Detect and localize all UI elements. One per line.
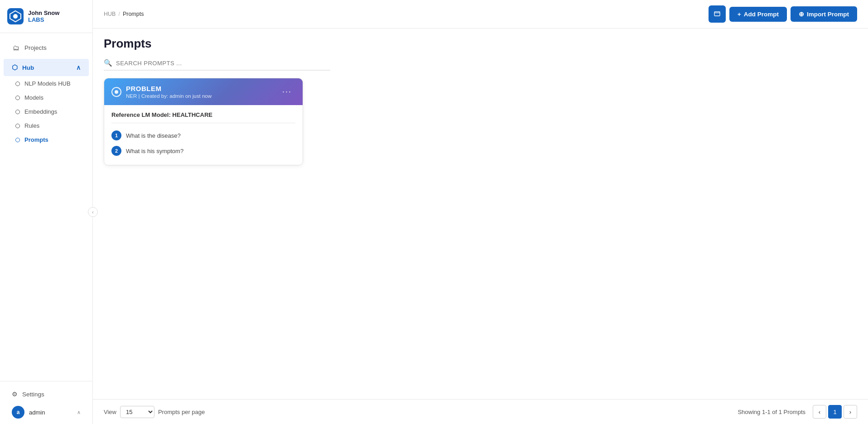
- sidebar-nav: 🗂 Projects ⬡ Hub ∧ NLP Models HUB Models: [0, 33, 92, 381]
- pagination: ‹ 1 ›: [813, 405, 857, 419]
- hub-collapse-icon: ∧: [76, 64, 81, 71]
- prompt-card-title-group: PROBLEM NER | Created by: admin on just …: [111, 85, 212, 99]
- sidebar-item-models[interactable]: Models: [7, 91, 92, 105]
- import-prompt-label: Import Prompt: [807, 11, 849, 18]
- view-label: View: [104, 409, 116, 415]
- question-text-1: What is the disease?: [126, 132, 181, 139]
- pagination-prev[interactable]: ‹: [813, 405, 826, 419]
- prompt-question-2: 2 What is his symptom?: [111, 143, 295, 159]
- per-page-select[interactable]: 15 25 50 100: [120, 406, 154, 418]
- svg-rect-2: [714, 12, 720, 16]
- sidebar-item-prompts[interactable]: Prompts: [7, 133, 92, 147]
- search-bar: 🔍: [93, 56, 868, 78]
- question-num-2: 2: [111, 146, 121, 156]
- page-header: Prompts: [93, 29, 868, 56]
- sidebar-item-hub[interactable]: ⬡ Hub ∧: [4, 59, 89, 76]
- main-content: HUB / Prompts + Add Prompt ⊕ Import Prom…: [93, 0, 868, 424]
- add-prompt-button[interactable]: + Add Prompt: [729, 7, 787, 22]
- share-button[interactable]: [709, 5, 726, 23]
- sidebar-item-prompts-label: Prompts: [24, 136, 48, 143]
- sidebar-item-embeddings-label: Embeddings: [24, 108, 57, 115]
- logo: John Snow LABS: [0, 0, 92, 33]
- hub-subnav: NLP Models HUB Models Embeddings Rules P…: [0, 77, 92, 147]
- breadcrumb: HUB / Prompts: [104, 11, 144, 17]
- projects-icon: 🗂: [12, 43, 20, 52]
- pagination-next[interactable]: ›: [844, 405, 857, 419]
- top-bar: HUB / Prompts + Add Prompt ⊕ Import Prom…: [93, 0, 868, 29]
- sidebar-item-settings[interactable]: ⚙ Settings: [7, 387, 85, 401]
- sidebar-bottom: ⚙ Settings a admin ∧: [0, 381, 92, 424]
- user-chevron-icon: ∧: [77, 410, 81, 415]
- per-page-label: Prompts per page: [158, 409, 205, 415]
- settings-label: Settings: [22, 391, 44, 398]
- pagination-page-1[interactable]: 1: [828, 405, 842, 419]
- prompt-title: PROBLEM: [126, 85, 212, 92]
- search-input[interactable]: [116, 60, 252, 67]
- hub-icon: ⬡: [12, 63, 18, 72]
- sidebar-item-embeddings[interactable]: Embeddings: [7, 105, 92, 119]
- import-prompt-icon: ⊕: [799, 10, 804, 18]
- top-actions: + Add Prompt ⊕ Import Prompt: [709, 5, 857, 23]
- sidebar-item-hub-label: Hub: [22, 64, 34, 71]
- sidebar-item-rules-label: Rules: [24, 122, 39, 129]
- search-icon: 🔍: [104, 59, 112, 67]
- view-section: View 15 25 50 100 Prompts per page: [104, 406, 205, 418]
- pagination-section: Showing 1-1 of 1 Prompts ‹ 1 ›: [738, 405, 857, 419]
- breadcrumb-separator: /: [118, 11, 120, 17]
- prompt-circle-icon: [111, 87, 121, 97]
- prompt-card-header: PROBLEM NER | Created by: admin on just …: [104, 78, 303, 105]
- page-title: Prompts: [104, 37, 857, 51]
- add-prompt-label: Add Prompt: [744, 11, 779, 18]
- prompt-card-body: Reference LM Model: HEALTHCARE 1 What is…: [104, 105, 303, 165]
- add-prompt-icon: +: [738, 11, 741, 18]
- import-prompt-button[interactable]: ⊕ Import Prompt: [791, 6, 857, 22]
- sidebar-item-models-label: Models: [24, 94, 43, 101]
- prompt-meta: NER | Created by: admin on just now: [126, 93, 212, 99]
- sidebar-item-projects[interactable]: 🗂 Projects: [4, 39, 89, 56]
- question-text-2: What is his symptom?: [126, 148, 183, 154]
- sidebar-collapse-button[interactable]: ‹: [88, 207, 98, 217]
- hub-section: ⬡ Hub ∧ NLP Models HUB Models Embeddings…: [0, 57, 92, 149]
- user-avatar: a: [12, 406, 24, 419]
- question-num-1: 1: [111, 130, 121, 140]
- sidebar-item-nlp-models-hub[interactable]: NLP Models HUB: [7, 77, 92, 91]
- svg-point-1: [13, 14, 18, 19]
- prompt-card: PROBLEM NER | Created by: admin on just …: [104, 78, 303, 165]
- breadcrumb-current: Prompts: [123, 11, 144, 17]
- sidebar-item-nlp-models-hub-label: NLP Models HUB: [24, 80, 71, 87]
- sidebar: John Snow LABS 🗂 Projects ⬡ Hub ∧ NLP Mo…: [0, 0, 93, 424]
- prompt-inner-dot: [115, 90, 118, 94]
- logo-text: John Snow LABS: [28, 10, 59, 23]
- settings-icon: ⚙: [12, 390, 18, 398]
- showing-text: Showing 1-1 of 1 Prompts: [738, 409, 805, 415]
- prompt-ref-model: Reference LM Model: HEALTHCARE: [111, 111, 295, 123]
- content-area: PROBLEM NER | Created by: admin on just …: [93, 78, 868, 399]
- share-icon: [714, 10, 721, 18]
- prompt-question-1: 1 What is the disease?: [111, 128, 295, 143]
- breadcrumb-hub[interactable]: HUB: [104, 11, 116, 17]
- prompt-more-button[interactable]: ···: [279, 85, 295, 98]
- user-section[interactable]: a admin ∧: [7, 401, 85, 419]
- sidebar-item-rules[interactable]: Rules: [7, 119, 92, 133]
- search-input-wrap: 🔍: [104, 56, 330, 71]
- user-name: admin: [29, 409, 72, 416]
- prompt-title-meta: PROBLEM NER | Created by: admin on just …: [126, 85, 212, 99]
- sidebar-item-projects-label: Projects: [24, 44, 47, 51]
- logo-icon: [7, 8, 24, 24]
- page-footer: View 15 25 50 100 Prompts per page Showi…: [93, 399, 868, 424]
